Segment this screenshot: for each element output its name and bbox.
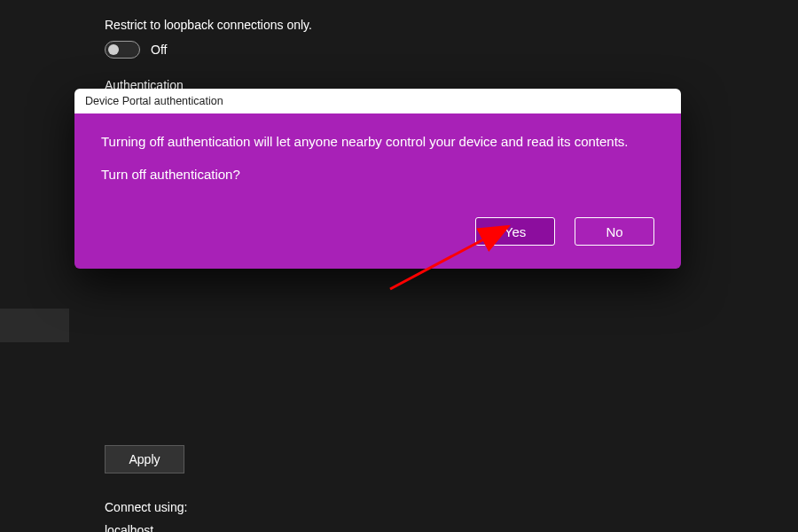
no-button[interactable]: No xyxy=(575,217,654,246)
apply-button[interactable]: Apply xyxy=(105,445,184,473)
sidebar-selected-stub xyxy=(0,309,69,342)
loopback-toggle-row: Off xyxy=(105,41,725,59)
dialog-title: Device Portal authentication xyxy=(74,89,681,113)
loopback-label: Restrict to loopback connections only. xyxy=(105,18,725,32)
dialog-button-row: Yes No xyxy=(101,217,654,246)
auth-confirm-dialog: Device Portal authentication Turning off… xyxy=(74,89,681,269)
loopback-toggle[interactable] xyxy=(105,41,140,59)
connect-using-heading: Connect using: xyxy=(105,500,725,514)
toggle-knob-icon xyxy=(108,44,119,55)
dialog-body: Turning off authentication will let anyo… xyxy=(74,113,681,269)
dialog-warning-text: Turning off authentication will let anyo… xyxy=(101,133,654,151)
endpoint-localhost: localhost http://localhost:50080 xyxy=(105,523,725,532)
dialog-question-text: Turn off authentication? xyxy=(101,167,654,182)
endpoint-name: localhost xyxy=(105,523,725,532)
yes-button[interactable]: Yes xyxy=(475,217,555,246)
loopback-toggle-state: Off xyxy=(151,43,167,57)
